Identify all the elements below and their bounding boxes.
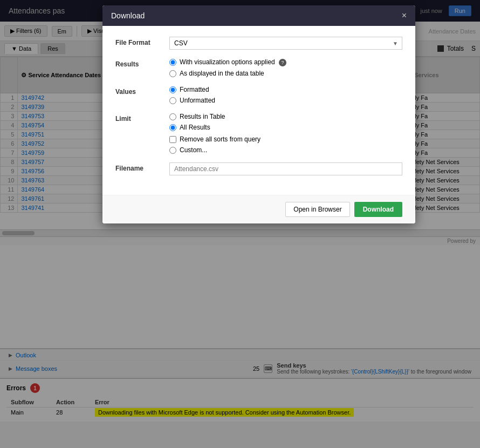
custom-label: Custom... — [180, 146, 207, 154]
limit-radio-group: Results in Table All Results — [169, 113, 402, 131]
filename-content — [169, 162, 402, 175]
remove-sorts-label: Remove all sorts from query — [180, 135, 260, 143]
custom-row: Custom... — [169, 146, 402, 154]
limit-option2-label: All Results — [180, 124, 210, 131]
values-option1-row: Formatted — [169, 86, 402, 93]
modal-footer: Open in Browser Download — [102, 195, 415, 223]
filename-row: Filename — [115, 162, 402, 175]
results-row: Results With visualization options appli… — [115, 58, 402, 77]
values-content: Formatted Unformatted — [169, 86, 402, 104]
results-option2-row: As displayed in the data table — [169, 70, 402, 77]
values-option1-radio[interactable] — [169, 86, 176, 93]
remove-sorts-checkbox[interactable] — [169, 136, 176, 143]
info-icon[interactable]: ? — [279, 59, 286, 66]
filename-input[interactable] — [169, 162, 402, 175]
modal-title: Download — [111, 11, 145, 20]
results-radio-group: With visualization options applied ? As … — [169, 58, 402, 77]
download-button[interactable]: Download — [354, 202, 402, 217]
custom-wrapper: Custom... — [169, 146, 402, 154]
modal-body: File Format CSV ▼ Results — [102, 26, 415, 195]
results-option1-radio[interactable] — [169, 59, 176, 66]
file-format-content: CSV ▼ — [169, 37, 402, 50]
results-option1-label: With visualization options applied ? — [180, 58, 286, 66]
results-label: Results — [115, 58, 169, 68]
limit-option2-radio[interactable] — [169, 124, 176, 131]
results-option2-radio[interactable] — [169, 70, 176, 77]
open-in-browser-button[interactable]: Open in Browser — [285, 202, 349, 217]
values-option2-row: Unformatted — [169, 97, 402, 104]
values-option1-label: Formatted — [180, 86, 209, 93]
results-content: With visualization options applied ? As … — [169, 58, 402, 77]
limit-label: Limit — [115, 113, 169, 123]
modal-header: Download × — [102, 5, 415, 26]
file-format-select[interactable]: CSV — [169, 37, 402, 50]
limit-row: Limit Results in Table All Results — [115, 113, 402, 154]
filename-label: Filename — [115, 162, 169, 172]
values-option2-radio[interactable] — [169, 97, 176, 104]
limit-option1-row: Results in Table — [169, 113, 402, 120]
file-format-row: File Format CSV ▼ — [115, 37, 402, 50]
results-option1-row: With visualization options applied ? — [169, 58, 402, 66]
download-modal: Download × File Format CSV ▼ Resu — [102, 5, 415, 223]
values-radio-group: Formatted Unformatted — [169, 86, 402, 104]
custom-radio[interactable] — [169, 147, 176, 154]
modal-close-button[interactable]: × — [402, 11, 407, 21]
limit-option1-radio[interactable] — [169, 113, 176, 120]
limit-content: Results in Table All Results Remove all … — [169, 113, 402, 154]
values-row: Values Formatted Unformatted — [115, 86, 402, 104]
values-label: Values — [115, 86, 169, 96]
remove-sorts-wrapper: Remove all sorts from query — [169, 135, 402, 143]
limit-option1-label: Results in Table — [180, 113, 225, 120]
values-option2-label: Unformatted — [180, 97, 215, 104]
file-format-select-wrapper: CSV ▼ — [169, 37, 402, 50]
results-option2-label: As displayed in the data table — [180, 70, 264, 77]
remove-sorts-row: Remove all sorts from query — [169, 135, 402, 143]
limit-option2-row: All Results — [169, 124, 402, 131]
file-format-label: File Format — [115, 37, 169, 46]
modal-overlay[interactable]: Download × File Format CSV ▼ Resu — [0, 0, 480, 448]
